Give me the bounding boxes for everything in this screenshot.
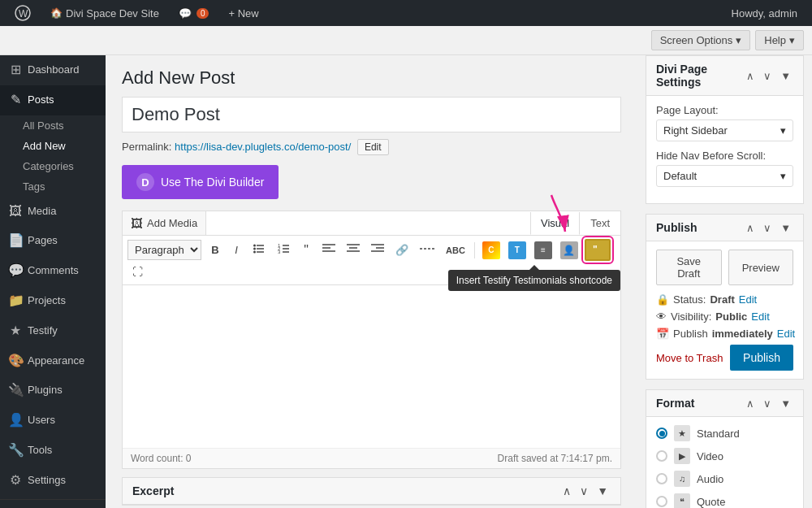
wp-logo[interactable]: W	[8, 0, 37, 26]
appearance-icon: 🎨	[8, 353, 23, 370]
publish-time-row: 📅 Publish immediately Edit	[656, 328, 793, 340]
move-to-trash-link[interactable]: Move to Trash	[656, 352, 723, 364]
publish-status-row: 🔒 Status: Draft Edit	[656, 293, 793, 306]
format-down[interactable]: ∨	[761, 397, 774, 410]
sidebar-label-comments: Comments	[28, 264, 79, 278]
editor-body[interactable]	[123, 285, 620, 448]
sidebar-label-pages: Pages	[28, 234, 58, 248]
divi-builder-label: Use The Divi Builder	[161, 176, 264, 189]
format-standard[interactable]: ★ Standard	[656, 425, 793, 441]
sidebar-sub-categories[interactable]: Categories	[0, 156, 106, 176]
permalink-edit-button[interactable]: Edit	[357, 139, 389, 155]
new-post-text: + New	[228, 7, 258, 20]
unordered-list-button[interactable]	[248, 239, 270, 261]
format-audio[interactable]: ♫ Audio	[656, 471, 793, 487]
sidebar-item-divi[interactable]: D Divi	[0, 503, 106, 508]
format-quote-radio	[656, 496, 667, 507]
format-video[interactable]: ▶ Video	[656, 448, 793, 464]
sidebar-item-settings[interactable]: ⚙ Settings	[0, 466, 106, 496]
publish-panel-body: Save Draft Preview 🔒 Status: Draft Edit …	[646, 241, 803, 379]
bold-button[interactable]: B	[205, 241, 225, 259]
testify-tooltip: Insert Testify Testimonials shortcode	[448, 270, 620, 291]
ordered-list-button[interactable]: 123	[272, 239, 295, 261]
sidebar-item-appearance[interactable]: 🎨 Appearance	[0, 346, 106, 376]
format-up[interactable]: ∧	[744, 397, 757, 410]
tab-visual[interactable]: Visual	[530, 212, 580, 235]
publish-up[interactable]: ∧	[744, 222, 757, 234]
sidebar-item-dashboard[interactable]: ⊞ Dashboard	[0, 55, 106, 85]
help-arrow: ▾	[789, 34, 795, 46]
visibility-value: Public	[715, 310, 747, 323]
spellcheck-button[interactable]: ABC	[441, 242, 470, 258]
sidebar-item-projects[interactable]: 📁 Projects	[0, 286, 106, 316]
sidebar-item-plugins[interactable]: 🔌 Plugins	[0, 376, 106, 406]
format-quote[interactable]: ❝ Quote	[656, 493, 793, 508]
hide-nav-arrow: ▾	[780, 170, 786, 182]
sidebar-item-tools[interactable]: 🔧 Tools	[0, 436, 106, 466]
sidebar-item-comments[interactable]: 💬 Comments	[0, 256, 106, 286]
page-layout-select[interactable]: Right Sidebar ▾	[656, 119, 793, 141]
excerpt-collapse-up[interactable]: ∧	[560, 484, 573, 497]
sidebar-sub-all-posts[interactable]: All Posts	[0, 115, 106, 136]
screen-options-arrow: ▾	[736, 34, 741, 46]
divi-settings-controls: ∧ ∨ ▼	[744, 70, 793, 82]
sidebar-sub-tags[interactable]: Tags	[0, 176, 106, 197]
page-layout-value: Right Sidebar	[663, 124, 728, 137]
excerpt-meta-box-header[interactable]: Excerpt ∧ ∨ ▼	[123, 478, 620, 505]
divi-settings-drag[interactable]: ▼	[778, 70, 793, 82]
help-button[interactable]: Help ▾	[755, 30, 804, 50]
link-button[interactable]: 🔗	[391, 241, 413, 259]
publish-when-value: immediately	[712, 328, 773, 340]
publish-panel: Publish ∧ ∨ ▼ Save Draft Preview 🔒 Statu…	[646, 214, 804, 380]
divi-settings-down[interactable]: ∨	[761, 70, 774, 82]
publish-when-edit[interactable]: Edit	[777, 328, 795, 340]
excerpt-collapse-down[interactable]: ∨	[577, 484, 590, 497]
format-standard-icon: ★	[674, 425, 690, 441]
blockquote-button[interactable]: "	[296, 240, 316, 261]
howdy-text: Howdy, admin	[725, 0, 804, 26]
add-media-label: Add Media	[147, 217, 197, 229]
align-center-button[interactable]	[342, 240, 365, 260]
publish-button[interactable]: Publish	[730, 345, 793, 371]
site-name-link[interactable]: 🏠 Divi Space Dev Site	[44, 0, 166, 26]
publish-panel-header: Publish ∧ ∨ ▼	[646, 215, 803, 241]
read-more-button[interactable]	[415, 240, 439, 260]
sidebar-sub-add-new[interactable]: Add New	[0, 136, 106, 156]
publish-footer: Move to Trash Publish	[656, 345, 793, 371]
new-post-link[interactable]: + New	[222, 0, 265, 26]
sidebar-item-users[interactable]: 👤 Users	[0, 406, 106, 436]
visibility-edit-link[interactable]: Edit	[751, 310, 769, 323]
format-drag[interactable]: ▼	[778, 397, 793, 410]
tab-text[interactable]: Text	[580, 212, 620, 234]
divi-builder-button[interactable]: D Use The Divi Builder	[122, 165, 279, 199]
sidebar-item-testify[interactable]: ★ Testify	[0, 316, 106, 346]
excerpt-drag[interactable]: ▼	[594, 484, 611, 497]
add-media-button[interactable]: 🖼 Add Media	[123, 211, 206, 235]
sidebar-item-posts[interactable]: ✎ Posts	[0, 85, 106, 115]
format-video-radio	[656, 450, 667, 462]
permalink-url[interactable]: https://lisa-dev.pluglets.co/demo-post/	[175, 141, 351, 153]
italic-button[interactable]: I	[227, 241, 246, 259]
sidebar-item-media[interactable]: 🖼 Media	[0, 197, 106, 227]
status-edit-link[interactable]: Edit	[739, 293, 757, 306]
post-title-input[interactable]	[122, 97, 621, 132]
publish-drag[interactable]: ▼	[778, 222, 793, 234]
testify-shortcode-button[interactable]: "	[585, 239, 611, 261]
align-left-button[interactable]	[317, 240, 340, 260]
publish-down[interactable]: ∨	[761, 222, 774, 234]
person-icon-button[interactable]: 👤	[557, 240, 581, 261]
plugin-icon-1-button[interactable]: C	[479, 240, 503, 261]
plugin-icon-2-button[interactable]: T	[505, 240, 529, 261]
sidebar-item-pages[interactable]: 📄 Pages	[0, 226, 106, 256]
paragraph-select[interactable]: Paragraph	[127, 240, 201, 260]
hide-nav-select[interactable]: Default ▾	[656, 165, 793, 187]
divi-settings-up[interactable]: ∧	[744, 70, 757, 82]
plugin-icon-3-button[interactable]: ≡	[531, 240, 555, 261]
align-right-button[interactable]	[366, 240, 389, 260]
fullscreen-button[interactable]: ⛶	[127, 263, 148, 281]
preview-button[interactable]: Preview	[728, 250, 794, 285]
screen-options-button[interactable]: Screen Options ▾	[651, 30, 751, 50]
save-draft-button[interactable]: Save Draft	[656, 250, 722, 285]
users-icon: 👤	[8, 412, 23, 429]
comments-link[interactable]: 💬 0	[172, 0, 216, 26]
